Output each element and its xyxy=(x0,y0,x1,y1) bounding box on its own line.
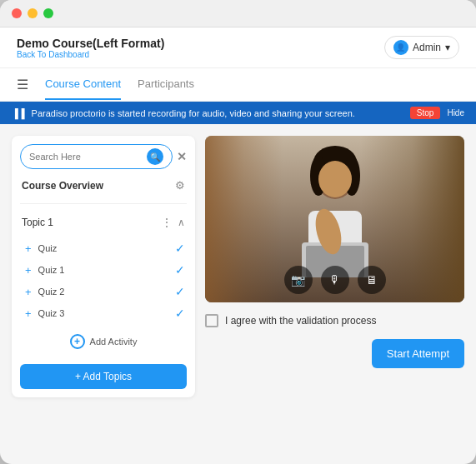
dot-green[interactable] xyxy=(43,8,53,18)
add-activity-circle-icon: + xyxy=(70,334,85,349)
activity-name: Quiz 2 xyxy=(38,287,65,297)
admin-icon: 👤 xyxy=(393,40,408,55)
admin-button[interactable]: 👤 Admin ▾ xyxy=(384,36,459,59)
mic-button[interactable]: 🎙 xyxy=(321,266,349,294)
dot-red[interactable] xyxy=(12,8,22,18)
dots-vertical-icon[interactable]: ⋮ xyxy=(161,216,173,229)
course-title: Demo Course(Left Format) xyxy=(17,37,164,50)
plus-icon[interactable]: + xyxy=(25,307,32,320)
gear-icon[interactable]: ⚙ xyxy=(175,179,185,192)
activity-left: + Quiz 2 xyxy=(25,286,64,298)
search-input[interactable] xyxy=(29,152,143,162)
activity-name: Quiz 1 xyxy=(38,265,65,275)
topic-row: Topic 1 ⋮ ∧ xyxy=(20,212,187,232)
proctorio-bars-icon: ▐▐ xyxy=(12,108,25,118)
video-container: 📷 🎙 🖥 xyxy=(205,136,464,302)
plus-icon[interactable]: + xyxy=(25,264,32,277)
right-panel: 📷 🎙 🖥 I agree with the validation proces… xyxy=(195,136,464,397)
svg-point-4 xyxy=(318,161,352,197)
tab-participants[interactable]: Participants xyxy=(138,69,194,100)
screen-share-button[interactable]: 🖥 xyxy=(358,266,386,294)
agree-checkbox[interactable] xyxy=(205,314,218,327)
add-activity-button[interactable]: + Add Activity xyxy=(20,329,187,354)
topic-label: Topic 1 xyxy=(22,217,53,228)
activity-left: + Quiz 1 xyxy=(25,264,64,277)
agree-row: I agree with the validation process xyxy=(205,311,464,331)
agree-text: I agree with the validation process xyxy=(225,315,376,327)
hide-button[interactable]: Hide xyxy=(447,108,464,117)
chevron-down-icon: ▾ xyxy=(445,42,450,53)
activity-left: + Quiz xyxy=(25,242,57,255)
title-bar xyxy=(0,0,476,27)
dot-yellow[interactable] xyxy=(28,8,38,18)
proctorio-bar: ▐▐ Paradiso proctorio is started recordi… xyxy=(0,102,476,124)
list-item: + Quiz 1 ✓ xyxy=(23,261,187,279)
list-item: + Quiz 3 ✓ xyxy=(23,304,187,322)
search-box: 🔍 xyxy=(20,144,173,169)
video-controls: 📷 🎙 🖥 xyxy=(284,266,386,294)
start-attempt-button[interactable]: Start Attempt xyxy=(372,339,464,368)
activity-left: + Quiz 3 xyxy=(25,307,64,320)
stop-button[interactable]: Stop xyxy=(410,107,441,119)
course-overview-label: Course Overview xyxy=(22,180,103,192)
divider-1 xyxy=(20,203,187,204)
mic-icon: 🎙 xyxy=(329,273,341,287)
header: Demo Course(Left Format) Back To Dashboa… xyxy=(0,27,476,68)
list-item: + Quiz 2 ✓ xyxy=(23,282,187,301)
plus-icon[interactable]: + xyxy=(25,242,32,255)
nav-tabs: ☰ Course Content Participants xyxy=(0,68,476,102)
search-row: 🔍 ✕ xyxy=(20,144,187,169)
add-topics-button[interactable]: + Add Topics xyxy=(20,364,187,389)
search-button[interactable]: 🔍 xyxy=(147,148,163,165)
app-window: Demo Course(Left Format) Back To Dashboa… xyxy=(0,0,476,464)
camera-button[interactable]: 📷 xyxy=(284,266,313,294)
screen-icon: 🖥 xyxy=(366,273,378,287)
list-item: + Quiz ✓ xyxy=(23,239,187,257)
tab-course-content[interactable]: Course Content xyxy=(45,69,121,100)
chevron-up-icon[interactable]: ∧ xyxy=(178,217,185,228)
activity-name: Quiz 3 xyxy=(38,308,65,318)
check-circle-icon: ✓ xyxy=(175,307,185,320)
header-left: Demo Course(Left Format) Back To Dashboa… xyxy=(17,37,164,59)
activity-list: + Quiz ✓ + Quiz 1 ✓ + Quiz 2 xyxy=(20,239,187,322)
main-content: 🔍 ✕ Course Overview ⚙ Topic 1 ⋮ ∧ xyxy=(0,124,476,409)
add-activity-label: Add Activity xyxy=(90,337,138,347)
check-circle-icon: ✓ xyxy=(175,285,185,298)
activity-name: Quiz xyxy=(38,243,58,253)
back-link[interactable]: Back To Dashboard xyxy=(17,50,164,59)
check-circle-icon: ✓ xyxy=(175,263,185,277)
proctorio-message: Paradiso proctorio is started recording … xyxy=(32,108,403,118)
person-in-video xyxy=(285,144,385,277)
camera-icon: 📷 xyxy=(291,273,305,287)
menu-icon[interactable]: ☰ xyxy=(17,68,28,101)
check-circle-icon: ✓ xyxy=(175,242,185,255)
plus-icon[interactable]: + xyxy=(25,286,32,298)
close-search-icon[interactable]: ✕ xyxy=(177,150,187,163)
topic-actions: ⋮ ∧ xyxy=(161,216,185,229)
admin-label: Admin xyxy=(413,42,441,53)
course-overview-row: Course Overview ⚙ xyxy=(20,176,187,195)
left-panel: 🔍 ✕ Course Overview ⚙ Topic 1 ⋮ ∧ xyxy=(12,136,195,397)
search-icon: 🔍 xyxy=(150,152,160,162)
